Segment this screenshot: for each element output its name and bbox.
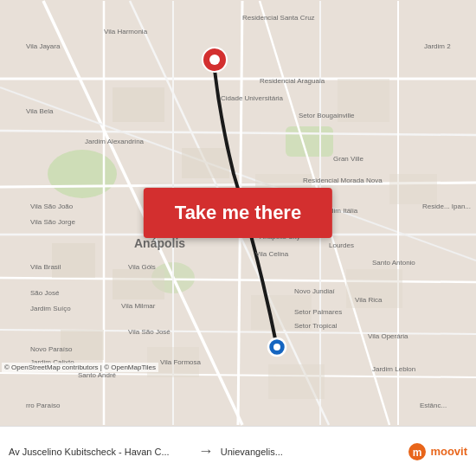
svg-text:Santo Antonio: Santo Antonio: [372, 259, 415, 267]
svg-text:Anápolis: Anápolis: [134, 236, 185, 250]
map-attribution: © OpenStreetMap contributors | © OpenMap…: [2, 363, 158, 372]
svg-text:Vila Operária: Vila Operária: [368, 332, 408, 340]
svg-text:Gran Ville: Gran Ville: [333, 155, 364, 163]
moovit-logo: m moovit: [408, 442, 467, 461]
svg-text:Vila Góls: Vila Góls: [128, 263, 156, 271]
svg-point-36: [273, 344, 280, 351]
svg-rect-32: [268, 364, 325, 399]
svg-text:rro Paraíso: rro Paraíso: [26, 402, 61, 409]
svg-text:Setor Tropical: Setor Tropical: [294, 322, 338, 330]
svg-text:Santo André: Santo André: [78, 371, 117, 379]
svg-text:Jardim Leblon: Jardim Leblon: [372, 365, 415, 373]
svg-text:Vila Celina: Vila Celina: [255, 250, 289, 258]
svg-text:Vila Formosa: Vila Formosa: [160, 358, 202, 366]
svg-text:Vila São Jorge: Vila São Jorge: [30, 218, 75, 226]
svg-text:Vila São José: Vila São José: [128, 328, 170, 336]
svg-text:Jardim Alexandrina: Jardim Alexandrina: [85, 138, 145, 145]
svg-text:Novo Jundiaí: Novo Jundiaí: [294, 287, 335, 295]
moovit-text: moovit: [430, 445, 467, 458]
svg-text:Setor Palmares: Setor Palmares: [294, 308, 342, 316]
svg-rect-21: [113, 87, 164, 122]
button-overlay: Take me there: [144, 188, 332, 238]
svg-text:Vila Bela: Vila Bela: [26, 107, 54, 115]
svg-text:m: m: [413, 447, 422, 459]
svg-text:Residencial Araguaia: Residencial Araguaia: [260, 77, 325, 85]
svg-rect-25: [52, 243, 95, 278]
svg-text:Vila Jayara: Vila Jayara: [26, 42, 61, 50]
svg-text:Vila Brasil: Vila Brasil: [30, 263, 61, 271]
svg-point-1: [48, 150, 117, 198]
bottom-bar: Av Juscelino Kubitscheck - Havan C... → …: [0, 426, 476, 476]
moovit-icon: m: [408, 442, 427, 461]
app: Anápolis Vila Jayara Vila Harmonia Resid…: [0, 0, 476, 476]
svg-text:Vila Milmar: Vila Milmar: [121, 302, 156, 310]
svg-text:Setor Bougainville: Setor Bougainville: [299, 112, 355, 119]
svg-rect-2: [286, 126, 333, 157]
svg-rect-26: [113, 269, 164, 299]
route-from-label: Av Juscelino Kubitscheck - Havan C...: [9, 447, 191, 457]
svg-text:Lourdes: Lourdes: [329, 241, 354, 249]
svg-text:Reside... Ipan...: Reside... Ipan...: [422, 203, 471, 210]
svg-point-34: [209, 55, 220, 65]
map-background: Anápolis Vila Jayara Vila Harmonia Resid…: [0, 0, 476, 426]
svg-text:Jardim Suíço: Jardim Suíço: [30, 305, 71, 312]
svg-text:Estânc...: Estânc...: [420, 402, 447, 409]
svg-rect-22: [182, 148, 229, 178]
map-container: Anápolis Vila Jayara Vila Harmonia Resid…: [0, 0, 476, 426]
svg-rect-29: [389, 174, 437, 204]
take-me-there-button[interactable]: Take me there: [144, 188, 332, 238]
svg-text:São José: São José: [30, 289, 60, 297]
route-arrow-icon: →: [191, 442, 221, 460]
svg-text:Residencial Santa Cruz: Residencial Santa Cruz: [242, 14, 315, 22]
svg-text:Jardim 2: Jardim 2: [424, 42, 451, 50]
svg-text:Cidade Universitária: Cidade Universitária: [221, 94, 284, 102]
svg-text:Novo Paraíso: Novo Paraíso: [30, 345, 73, 353]
svg-text:Vila Harmonia: Vila Harmonia: [104, 28, 148, 35]
route-to-label: Unievangelis...: [221, 447, 403, 457]
svg-text:Residencial Morada Nova: Residencial Morada Nova: [303, 177, 383, 184]
svg-text:Vila São João: Vila São João: [30, 203, 74, 210]
svg-text:Vila Rica: Vila Rica: [355, 296, 383, 304]
